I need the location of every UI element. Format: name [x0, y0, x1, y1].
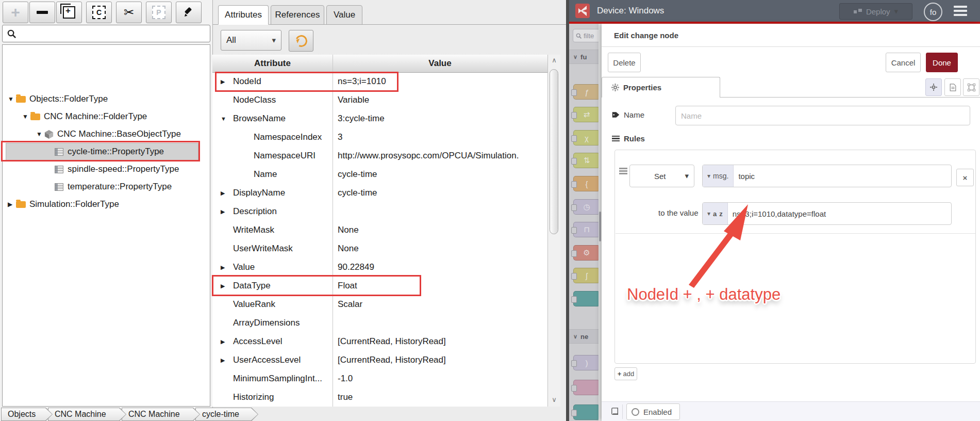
property-icon — [55, 148, 63, 156]
table-row[interactable]: ▼BrowseName3:cycle-time — [212, 109, 547, 128]
delete-button[interactable]: Delete — [608, 53, 641, 72]
deploy-button[interactable]: Deploy — [839, 3, 912, 20]
chevron-down-icon[interactable] — [36, 131, 43, 138]
scroll-up-icon[interactable]: ∧ — [548, 55, 560, 66]
chevron-right-icon[interactable] — [8, 201, 15, 208]
list-icon — [612, 135, 620, 143]
remove-node-button[interactable] — [29, 2, 55, 23]
nodered-window: Device: Windows Deploy fo filte fu ƒ ⇄ χ — [569, 0, 980, 421]
expand-icon[interactable]: ▶ — [221, 258, 225, 277]
edit-button[interactable] — [176, 2, 202, 23]
table-row[interactable]: NamespaceURIhttp://www.prosysopc.com/OPC… — [212, 147, 547, 165]
tree-item-label[interactable]: spindle-speed::PropertyType — [68, 164, 179, 174]
table-row[interactable]: Namecycle-time — [212, 165, 547, 184]
rule-property-value[interactable]: topic — [734, 172, 755, 181]
expand-icon[interactable]: ▶ — [221, 184, 225, 202]
main-menu-button[interactable] — [954, 6, 967, 16]
scroll-down-icon[interactable]: ∨ — [548, 394, 560, 406]
table-row[interactable]: ValueRankScalar — [212, 295, 547, 314]
tree-item-cnc-machine-folder[interactable]: CNC Machine::FolderType — [22, 108, 147, 125]
rule-value-input[interactable]: az ns=3;i=1010,datatype=float — [702, 202, 952, 225]
rule-value-text[interactable]: ns=3;i=1010,datatype=float — [728, 209, 826, 218]
tree-item-objects[interactable]: Objects::FolderType — [8, 90, 108, 108]
rule-property-input[interactable]: msg. topic — [702, 165, 952, 187]
chevron-down-icon[interactable] — [894, 7, 899, 16]
table-row[interactable]: ▶NodeIdns=3;i=1010 — [212, 72, 547, 91]
enabled-toggle-button[interactable]: Enabled — [626, 403, 680, 420]
chevron-down-icon[interactable] — [8, 95, 15, 103]
rule-drag-handle[interactable] — [619, 168, 627, 175]
tree-item-cnc-machine-object[interactable]: CNC Machine::BaseObjectType — [36, 125, 181, 143]
description-button[interactable] — [944, 78, 961, 96]
chevron-down-icon[interactable] — [22, 113, 29, 120]
string-type-chip[interactable]: az — [703, 203, 728, 224]
properties-view-button[interactable] — [925, 78, 942, 96]
copy-icon: C — [92, 6, 106, 19]
tree-item-label[interactable]: cycle-time::PropertyType — [68, 147, 164, 157]
breadcrumb-tab-cnc-machine[interactable]: CNC Machine — [48, 408, 126, 421]
scrollbar-thumb[interactable] — [550, 69, 558, 234]
table-row[interactable]: Historizingtrue — [212, 388, 547, 407]
column-header-value[interactable]: Value — [333, 55, 547, 72]
tree-item-temperature[interactable]: temperature::PropertyType — [55, 178, 172, 196]
tab-attributes[interactable]: Attributes — [218, 5, 269, 25]
breadcrumb-tab-cnc-machine-2[interactable]: CNC Machine — [122, 408, 200, 421]
tab-properties[interactable]: Properties — [602, 77, 720, 98]
cut-button[interactable] — [116, 2, 142, 23]
docs-button[interactable] — [608, 404, 623, 419]
attribute-filter-select[interactable]: All — [221, 30, 281, 51]
tree-item-simulation[interactable]: Simulation::FolderType — [8, 196, 119, 213]
tree-item-label[interactable]: CNC Machine::BaseObjectType — [57, 129, 181, 139]
property-icon — [55, 183, 63, 191]
cancel-button[interactable]: Cancel — [886, 53, 921, 72]
expand-icon[interactable]: ▶ — [221, 332, 225, 351]
breadcrumb-tab-objects[interactable]: Objects — [1, 408, 53, 421]
table-row[interactable]: ▶AccessLevel[CurrentRead, HistoryRead] — [212, 332, 547, 351]
table-scrollbar[interactable]: ∧ ∨ — [547, 55, 560, 407]
table-row[interactable]: UserWriteMaskNone — [212, 239, 547, 258]
tab-value[interactable]: Value — [326, 5, 362, 25]
table-row[interactable]: NamespaceIndex3 — [212, 128, 547, 147]
add-node-button[interactable] — [3, 2, 28, 23]
tree-item-label[interactable]: CNC Machine::FolderType — [44, 111, 147, 122]
table-row[interactable]: ArrayDimensions — [212, 314, 547, 332]
tree-item-cycle-time[interactable]: cycle-time::PropertyType — [55, 143, 164, 160]
user-menu-button[interactable]: fo — [924, 3, 942, 21]
table-row[interactable]: ▶DataTypeFloat — [212, 277, 547, 295]
breadcrumb-tab-cycle-time[interactable]: cycle-time — [195, 408, 258, 421]
collapse-icon[interactable]: ▼ — [221, 109, 226, 128]
expand-icon[interactable]: ▶ — [221, 277, 225, 295]
tray-title: Edit change node — [614, 31, 678, 40]
table-row[interactable]: NodeClassVariable — [212, 91, 547, 109]
tree-item-spindle-speed[interactable]: spindle-speed::PropertyType — [55, 160, 179, 178]
address-space-tree: Objects::FolderType CNC Machine::FolderT… — [2, 44, 210, 407]
expand-icon[interactable]: ▶ — [221, 351, 225, 369]
table-row[interactable]: ▶Description — [212, 202, 547, 221]
add-rule-button[interactable]: add — [614, 367, 637, 380]
remove-rule-button[interactable]: × — [956, 169, 974, 186]
tree-item-label[interactable]: Simulation::FolderType — [29, 199, 119, 209]
table-row[interactable]: MinimumSamplingInt...-1.0 — [212, 369, 547, 388]
paste-button[interactable]: P — [146, 2, 172, 23]
scrollbar-thumb[interactable] — [599, 212, 601, 241]
column-header-attribute[interactable]: Attribute — [212, 55, 333, 72]
copy-button[interactable]: C — [86, 2, 112, 23]
appearance-button[interactable] — [963, 78, 979, 96]
tree-search-input[interactable] — [2, 25, 210, 42]
name-input[interactable]: Name — [675, 106, 970, 125]
table-row[interactable]: ▶DisplayNamecycle-time — [212, 184, 547, 202]
tree-item-label[interactable]: temperature::PropertyType — [68, 182, 172, 192]
rule-action-select[interactable]: Set — [629, 165, 694, 187]
done-button[interactable]: Done — [926, 53, 958, 72]
tree-item-label[interactable]: Objects::FolderType — [29, 94, 108, 104]
refresh-button[interactable] — [289, 30, 313, 52]
pencil-icon — [182, 6, 195, 19]
expand-icon[interactable]: ▶ — [221, 202, 225, 221]
table-row[interactable]: ▶UserAccessLevel[CurrentRead, HistoryRea… — [212, 351, 547, 369]
expand-icon[interactable]: ▶ — [221, 72, 225, 91]
duplicate-button[interactable] — [56, 2, 82, 23]
table-row[interactable]: ▶Value90.22849 — [212, 258, 547, 277]
table-row[interactable]: WriteMaskNone — [212, 221, 547, 239]
msg-type-chip[interactable]: msg. — [703, 165, 734, 187]
tab-references[interactable]: References — [271, 5, 324, 25]
